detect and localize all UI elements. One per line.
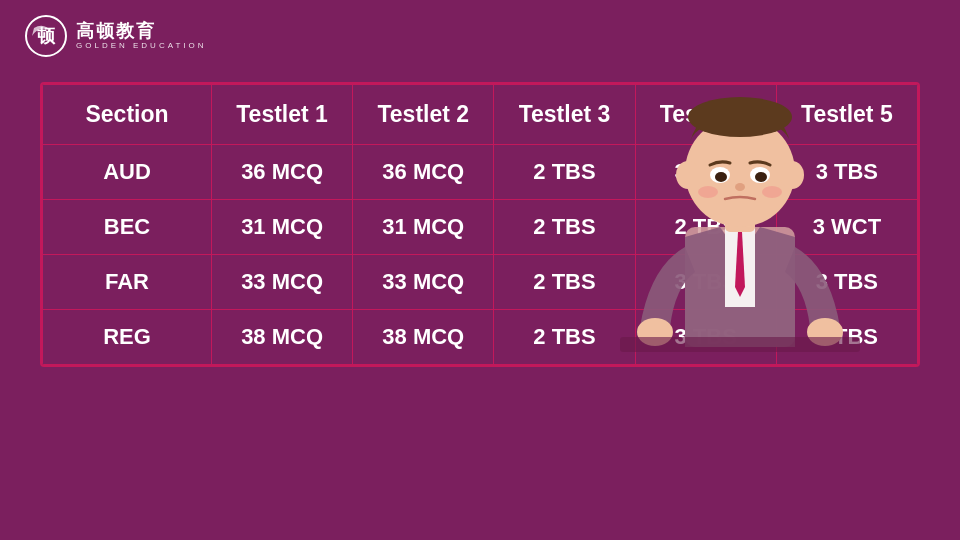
logo-chinese: 高顿教育 (76, 22, 207, 42)
table-row: AUD36 MCQ36 MCQ2 TBS3 TBS3 TBS (43, 145, 918, 200)
col-header-section: Section (43, 85, 212, 145)
cell-row3-col4: 3 TBS (635, 310, 776, 365)
cell-row3-col3: 2 TBS (494, 310, 635, 365)
cell-row2-col3: 2 TBS (494, 255, 635, 310)
table-wrapper: Section Testlet 1 Testlet 2 Testlet 3 Te… (40, 82, 920, 367)
col-header-t4: Testlet 4 (635, 85, 776, 145)
cell-row1-col3: 2 TBS (494, 200, 635, 255)
col-header-t3: Testlet 3 (494, 85, 635, 145)
cell-row3-col5: 3 TBS (776, 310, 917, 365)
cell-row1-col5: 3 WCT (776, 200, 917, 255)
cell-row0-col1: 36 MCQ (212, 145, 353, 200)
cell-row0-col0: AUD (43, 145, 212, 200)
cell-row3-col2: 38 MCQ (353, 310, 494, 365)
cell-row2-col2: 33 MCQ (353, 255, 494, 310)
cell-row1-col1: 31 MCQ (212, 200, 353, 255)
cell-row0-col5: 3 TBS (776, 145, 917, 200)
table-row: BEC31 MCQ31 MCQ2 TBS2 TBS3 WCT (43, 200, 918, 255)
cell-row3-col1: 38 MCQ (212, 310, 353, 365)
cell-row0-col2: 36 MCQ (353, 145, 494, 200)
cell-row1-col2: 31 MCQ (353, 200, 494, 255)
logo-icon: 顿 (24, 14, 68, 58)
cell-row2-col0: FAR (43, 255, 212, 310)
cell-row2-col5: 3 TBS (776, 255, 917, 310)
cell-row1-col4: 2 TBS (635, 200, 776, 255)
table-row: FAR33 MCQ33 MCQ2 TBS3 TBS3 TBS (43, 255, 918, 310)
cell-row3-col0: REG (43, 310, 212, 365)
col-header-t2: Testlet 2 (353, 85, 494, 145)
cell-row2-col1: 33 MCQ (212, 255, 353, 310)
table-header-row: Section Testlet 1 Testlet 2 Testlet 3 Te… (43, 85, 918, 145)
cell-row1-col0: BEC (43, 200, 212, 255)
cell-row0-col3: 2 TBS (494, 145, 635, 200)
logo-text: 高顿教育 GOLDEN EDUCATION (76, 22, 207, 51)
cell-row0-col4: 3 TBS (635, 145, 776, 200)
logo: 顿 高顿教育 GOLDEN EDUCATION (24, 14, 207, 58)
header: 顿 高顿教育 GOLDEN EDUCATION (0, 0, 960, 72)
cell-row2-col4: 3 TBS (635, 255, 776, 310)
col-header-t1: Testlet 1 (212, 85, 353, 145)
logo-english: GOLDEN EDUCATION (76, 42, 207, 51)
col-header-t5: Testlet 5 (776, 85, 917, 145)
data-table: Section Testlet 1 Testlet 2 Testlet 3 Te… (42, 84, 918, 365)
main-content: Section Testlet 1 Testlet 2 Testlet 3 Te… (0, 72, 960, 387)
table-row: REG38 MCQ38 MCQ2 TBS3 TBS3 TBS (43, 310, 918, 365)
